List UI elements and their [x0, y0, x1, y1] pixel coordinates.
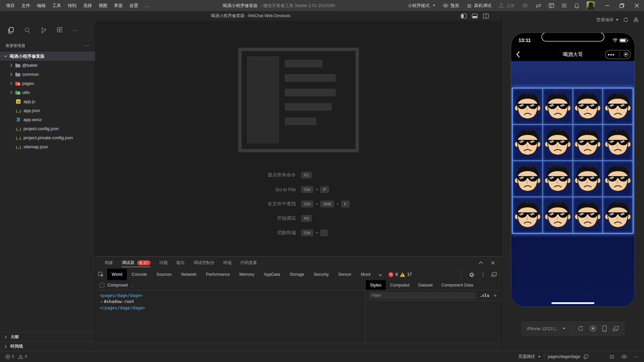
devtools-tab-console[interactable]: Console	[127, 269, 152, 280]
panel-tab-调试器[interactable]: 调试器8, 17	[117, 257, 155, 269]
avatar-cell[interactable]	[543, 161, 573, 197]
avatar-cell[interactable]	[603, 161, 633, 197]
extensions-icon[interactable]	[56, 27, 63, 34]
rotate-icon[interactable]	[578, 325, 584, 331]
avatar-cell[interactable]	[573, 88, 603, 124]
menu-item[interactable]: 选择	[80, 0, 95, 11]
more-status-icon[interactable]: ⋯	[634, 354, 639, 359]
wxml-node[interactable]: </pages/dage/dage>	[100, 305, 365, 311]
avatar-cell[interactable]	[543, 88, 573, 124]
avatar-cell[interactable]	[573, 197, 603, 233]
toggle-sidebar-icon[interactable]	[461, 14, 467, 18]
source-control-icon[interactable]	[40, 27, 47, 34]
stop-icon[interactable]	[590, 325, 596, 332]
minimize-program-icon[interactable]	[624, 52, 628, 57]
tree-item[interactable]: @babel	[0, 61, 95, 70]
avatar-cell[interactable]	[513, 88, 543, 124]
panel-tab-输出[interactable]: 输出	[172, 257, 189, 269]
menu-item[interactable]: 文件	[18, 0, 34, 11]
compile-mode-dropdown[interactable]: 普通编译	[596, 17, 619, 23]
devtools-tab-sources[interactable]: Sources	[152, 269, 176, 280]
tree-item[interactable]: pages	[0, 79, 95, 88]
devtools-tab-sensor[interactable]: Sensor	[333, 269, 356, 280]
tree-item[interactable]: {…}project.private.config.json	[0, 133, 95, 142]
eye-icon[interactable]	[621, 355, 627, 359]
overflow-tabs-icon[interactable]: »	[376, 269, 385, 280]
avatar-cell[interactable]	[603, 124, 633, 161]
devtools-tab-wxml[interactable]: Wxml	[107, 269, 127, 280]
more-menu-icon[interactable]: ●●●	[607, 53, 614, 56]
avatar-cell[interactable]	[573, 124, 603, 161]
menu-item[interactable]: 编辑	[34, 0, 49, 11]
refresh-icon[interactable]	[623, 17, 629, 22]
explorer-more-icon[interactable]: ⋯	[85, 43, 90, 49]
devtools-tab-appdata[interactable]: AppData	[259, 269, 285, 280]
filter-input[interactable]: Filter	[369, 292, 476, 299]
styles-tab-dataset[interactable]: Dataset	[414, 280, 437, 290]
devtools-tab-memory[interactable]: Memory	[234, 269, 259, 280]
phone-device-icon[interactable]	[602, 325, 607, 332]
styles-tab-component-data[interactable]: Component Data	[437, 280, 478, 290]
avatar-cell[interactable]	[603, 197, 633, 233]
avatar-cell[interactable]	[603, 88, 633, 124]
tree-item[interactable]: JSapp.js	[0, 97, 95, 106]
mode-dropdown[interactable]: 小程序模式	[408, 3, 435, 9]
clear-cache-icon[interactable]	[633, 17, 639, 22]
minimize-button[interactable]	[600, 0, 614, 11]
device-selector[interactable]: iPhone 12/13 (...	[527, 326, 565, 331]
back-icon[interactable]	[516, 51, 520, 58]
menu-item[interactable]: 转到	[64, 0, 80, 11]
tree-root[interactable]: 喝酒小程序修复版	[0, 52, 95, 61]
preview-button[interactable]: 预览	[443, 3, 459, 9]
avatar-cell[interactable]	[543, 197, 573, 233]
problems-summary[interactable]: 0 0	[5, 354, 27, 359]
avatar-cell[interactable]	[543, 124, 573, 161]
timeline-section[interactable]: 时间线	[0, 342, 95, 351]
wxml-node[interactable]: ▶#shadow-root	[100, 299, 365, 305]
switch-arrows-icon[interactable]	[536, 3, 541, 8]
upload-button[interactable]: 上传	[499, 3, 515, 9]
panel-tab-终端[interactable]: 终端	[219, 257, 236, 269]
tree-item[interactable]: {…}project.config.json	[0, 124, 95, 133]
avatar-cell[interactable]	[513, 161, 543, 197]
toggle-panel-icon[interactable]	[472, 14, 478, 18]
tree-item[interactable]: common	[0, 70, 95, 79]
menu-item[interactable]: 项目	[3, 0, 18, 11]
hamburger-menu-icon[interactable]	[561, 3, 567, 8]
menu-item[interactable]: 工具	[49, 0, 64, 11]
copy-path-icon[interactable]	[584, 354, 588, 359]
layout-grid-icon[interactable]	[549, 3, 554, 8]
menu-item[interactable]: 设置	[126, 0, 142, 11]
user-avatar[interactable]	[587, 1, 595, 10]
popout-window-icon[interactable]	[491, 272, 497, 277]
collapse-panel-icon[interactable]	[479, 261, 483, 264]
search-icon[interactable]	[24, 27, 31, 34]
panel-tab-构建[interactable]: 构建	[100, 257, 117, 269]
remote-debug-button[interactable]: 真机调试	[467, 3, 491, 9]
avatar-cell[interactable]	[513, 124, 543, 161]
inspect-element-icon[interactable]	[96, 269, 107, 280]
add-style-rule-button[interactable]: +	[493, 293, 498, 298]
devtools-tab-network[interactable]: Network	[176, 269, 201, 280]
menu-item[interactable]: 视图	[95, 0, 111, 11]
wxml-node[interactable]: <pages/dage/dage>	[100, 293, 365, 299]
devtools-tab-mock[interactable]: Mock	[356, 269, 376, 280]
restore-button[interactable]	[614, 0, 629, 11]
panel-tab-代码质量[interactable]: 代码质量	[236, 257, 261, 269]
styles-tab-styles[interactable]: Styles	[366, 280, 386, 290]
devtools-tab-storage[interactable]: Storage	[285, 269, 309, 280]
tree-item[interactable]: {…}app.json	[0, 106, 95, 115]
close-panel-icon[interactable]	[491, 261, 495, 265]
toggle-split-icon[interactable]	[483, 14, 489, 18]
composed-checkbox[interactable]	[100, 283, 104, 288]
tree-item[interactable]: app.wxss	[0, 115, 95, 124]
outline-section[interactable]: 大纲	[0, 332, 95, 342]
panel-tab-问题[interactable]: 问题	[155, 257, 172, 269]
more-actions-icon[interactable]: ⋯	[72, 27, 78, 34]
close-button[interactable]	[629, 0, 644, 11]
multi-window-icon[interactable]	[613, 326, 619, 331]
link-icon[interactable]	[522, 3, 528, 8]
avatar-cell[interactable]	[513, 197, 543, 233]
panel-tab-调试控制台[interactable]: 调试控制台	[189, 257, 219, 269]
menu-item[interactable]: 界面	[111, 0, 126, 11]
